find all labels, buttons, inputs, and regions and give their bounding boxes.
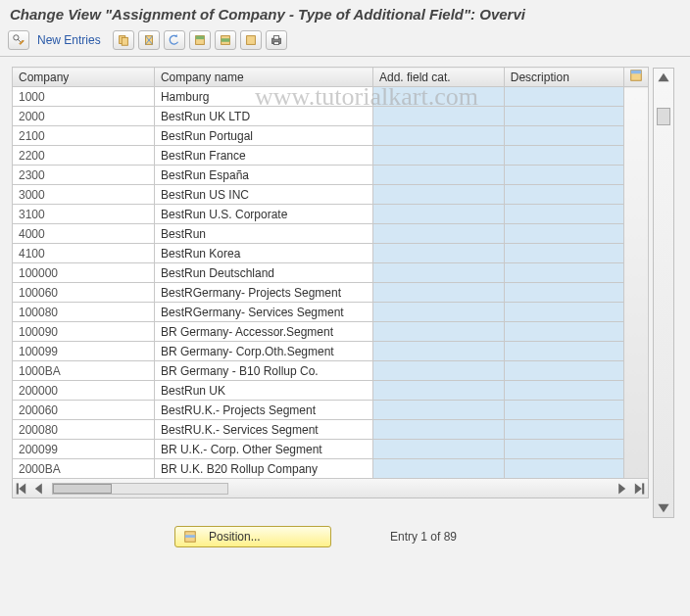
cell-company-name[interactable]: BestRun UK LTD	[154, 107, 372, 126]
cell-company-name[interactable]: BestRun US INC	[154, 185, 372, 205]
cell-add-field-cat[interactable]	[372, 440, 504, 459]
select-all-button[interactable]	[189, 30, 211, 50]
cell-description[interactable]	[504, 342, 624, 361]
cell-company-name[interactable]: BestRun UK	[154, 381, 372, 401]
cell-company-name[interactable]: BR Germany- Accessor.Segment	[154, 322, 372, 342]
table-row[interactable]: 1000Hamburg	[13, 87, 649, 107]
cell-company[interactable]: 1000	[13, 87, 155, 107]
print-button[interactable]	[266, 30, 287, 50]
cell-company[interactable]: 4000	[13, 224, 155, 244]
cell-company[interactable]: 1000BA	[13, 361, 155, 381]
cell-company[interactable]: 2000BA	[13, 459, 155, 479]
cell-description[interactable]	[504, 361, 624, 381]
cell-add-field-cat[interactable]	[372, 342, 504, 361]
cell-company-name[interactable]: BestRun France	[154, 146, 372, 166]
undo-button[interactable]	[164, 30, 185, 50]
table-row[interactable]: 2100BestRun Portugal	[13, 126, 649, 146]
cell-add-field-cat[interactable]	[372, 303, 504, 322]
scroll-right-icon[interactable]	[615, 482, 628, 496]
table-row[interactable]: 100099BR Germany- Corp.Oth.Segment	[13, 342, 649, 361]
table-row[interactable]: 2000BestRun UK LTD	[13, 107, 649, 126]
cell-description[interactable]	[504, 459, 624, 479]
cell-add-field-cat[interactable]	[372, 401, 504, 420]
table-row[interactable]: 4000BestRun	[13, 224, 649, 244]
cell-add-field-cat[interactable]	[372, 224, 504, 244]
select-block-button[interactable]	[215, 30, 236, 50]
cell-description[interactable]	[504, 263, 624, 283]
cell-company[interactable]: 100080	[13, 303, 155, 322]
cell-description[interactable]	[504, 87, 624, 107]
table-row[interactable]: 3000BestRun US INC	[13, 185, 649, 205]
cell-company-name[interactable]: BestRun Portugal	[154, 126, 372, 146]
cell-company-name[interactable]: BestRGermany- Services Segment	[154, 303, 372, 322]
cell-description[interactable]	[504, 205, 624, 224]
cell-company[interactable]: 200099	[13, 440, 155, 459]
cell-company[interactable]: 200000	[13, 381, 155, 401]
cell-add-field-cat[interactable]	[372, 459, 504, 479]
table-row[interactable]: 100060BestRGermany- Projects Segment	[13, 283, 649, 303]
table-row[interactable]: 100000BestRun Deutschland	[13, 263, 649, 283]
cell-add-field-cat[interactable]	[372, 322, 504, 342]
cell-company[interactable]: 3100	[13, 205, 155, 224]
cell-company-name[interactable]: BestRun U.S. Corporate	[154, 205, 372, 224]
cell-company[interactable]: 200080	[13, 420, 155, 440]
cell-add-field-cat[interactable]	[372, 185, 504, 205]
cell-description[interactable]	[504, 401, 624, 420]
scroll-left-icon[interactable]	[32, 482, 46, 496]
cell-company[interactable]: 2100	[13, 126, 155, 146]
col-description[interactable]: Description	[504, 68, 624, 87]
cell-company[interactable]: 2300	[13, 166, 155, 185]
table-row[interactable]: 4100BestRun Korea	[13, 244, 649, 263]
cell-description[interactable]	[504, 166, 624, 185]
table-row[interactable]: 200000BestRun UK	[13, 381, 649, 401]
horizontal-scroll-thumb[interactable]	[53, 484, 112, 494]
cell-add-field-cat[interactable]	[372, 146, 504, 166]
cell-add-field-cat[interactable]	[372, 87, 504, 107]
cell-company-name[interactable]: BestRun Korea	[154, 244, 372, 263]
scroll-first-icon[interactable]	[15, 482, 28, 496]
cell-company[interactable]: 100000	[13, 263, 155, 283]
cell-company-name[interactable]: BestRun	[154, 224, 372, 244]
cell-description[interactable]	[504, 185, 624, 205]
cell-company[interactable]: 2200	[13, 146, 155, 166]
vertical-scrollbar[interactable]	[653, 68, 674, 518]
cell-description[interactable]	[504, 440, 624, 459]
deselect-all-button[interactable]	[240, 30, 262, 50]
cell-description[interactable]	[504, 322, 624, 342]
cell-company[interactable]: 100090	[13, 322, 155, 342]
cell-add-field-cat[interactable]	[372, 420, 504, 440]
scroll-last-icon[interactable]	[632, 482, 646, 496]
cell-add-field-cat[interactable]	[372, 126, 504, 146]
position-button[interactable]: Position...	[174, 526, 331, 547]
horizontal-scroll-track[interactable]	[52, 483, 228, 495]
scroll-down-icon[interactable]	[657, 501, 670, 515]
cell-company-name[interactable]: BestRU.K.- Projects Segment	[154, 401, 372, 420]
cell-add-field-cat[interactable]	[372, 166, 504, 185]
delete-button[interactable]	[138, 30, 160, 50]
cell-company-name[interactable]: BestRun España	[154, 166, 372, 185]
table-row[interactable]: 3100BestRun U.S. Corporate	[13, 205, 649, 224]
cell-add-field-cat[interactable]	[372, 361, 504, 381]
horizontal-scrollbar[interactable]	[12, 479, 649, 498]
cell-description[interactable]	[504, 244, 624, 263]
vertical-scroll-thumb[interactable]	[657, 108, 670, 125]
cell-company-name[interactable]: BR Germany- Corp.Oth.Segment	[154, 342, 372, 361]
cell-company[interactable]: 200060	[13, 401, 155, 420]
table-row[interactable]: 2300BestRun España	[13, 166, 649, 185]
col-add-field-cat[interactable]: Add. field cat.	[372, 68, 504, 87]
cell-company[interactable]: 4100	[13, 244, 155, 263]
cell-company-name[interactable]: BR U.K. B20 Rollup Company	[154, 459, 372, 479]
cell-company-name[interactable]: Hamburg	[154, 87, 372, 107]
cell-description[interactable]	[504, 107, 624, 126]
cell-description[interactable]	[504, 283, 624, 303]
cell-company-name[interactable]: BestRGermany- Projects Segment	[154, 283, 372, 303]
table-row[interactable]: 2200BestRun France	[13, 146, 649, 166]
col-company[interactable]: Company	[13, 68, 155, 87]
table-row[interactable]: 2000BABR U.K. B20 Rollup Company	[13, 459, 649, 479]
cell-company[interactable]: 3000	[13, 185, 155, 205]
cell-company-name[interactable]: BestRun Deutschland	[154, 263, 372, 283]
cell-add-field-cat[interactable]	[372, 205, 504, 224]
table-row[interactable]: 200060BestRU.K.- Projects Segment	[13, 401, 649, 420]
cell-add-field-cat[interactable]	[372, 263, 504, 283]
cell-add-field-cat[interactable]	[372, 107, 504, 126]
